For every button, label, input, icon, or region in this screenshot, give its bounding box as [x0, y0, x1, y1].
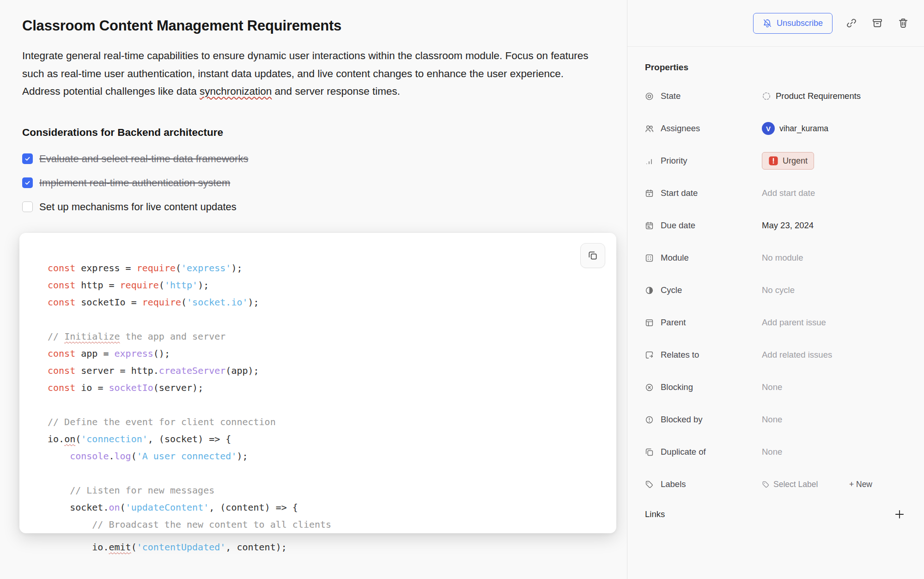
- property-label-text: Cycle: [661, 285, 682, 295]
- properties-rows: StateProduct RequirementsAssigneesVvihar…: [645, 80, 906, 500]
- unsubscribe-button[interactable]: Unsubscribe: [753, 13, 833, 34]
- copy-icon: [588, 250, 598, 261]
- bell-off-icon: [763, 18, 772, 28]
- trash-icon: [898, 18, 909, 29]
- code-line: [48, 396, 602, 414]
- copy-code-button[interactable]: [580, 243, 605, 268]
- dashed-circle-icon: [762, 91, 771, 101]
- labels-icon: [645, 480, 654, 489]
- select-label-text: Select Label: [773, 480, 818, 489]
- copy-link-button[interactable]: [845, 16, 858, 30]
- property-row-state: StateProduct Requirements: [645, 80, 906, 112]
- property-label-text: Blocking: [661, 382, 693, 392]
- checkbox-checked[interactable]: [22, 177, 33, 188]
- property-value-text: Add start date: [762, 188, 815, 198]
- property-row-labels: LabelsSelect Label+ New: [645, 468, 906, 500]
- link-icon: [846, 18, 857, 29]
- property-value-priority[interactable]: Urgent: [762, 152, 906, 170]
- checklist-item-label: Evaluate and select real-time data frame…: [39, 153, 248, 165]
- property-value-due-date[interactable]: May 23, 2024: [762, 220, 906, 231]
- panel-body: Properties StateProduct RequirementsAssi…: [627, 47, 924, 524]
- code-line: // Initialize the app and server: [48, 328, 602, 345]
- code-line: const io = socketIo(server);: [48, 379, 602, 396]
- property-label-text: Relates to: [661, 350, 699, 360]
- property-row-priority: PriorityUrgent: [645, 145, 906, 177]
- property-value-start-date[interactable]: Add start date: [762, 188, 906, 198]
- property-label-text: Assignees: [661, 123, 700, 134]
- due-date-icon: [645, 221, 654, 230]
- property-value-text: None: [762, 414, 782, 425]
- property-value-module[interactable]: No module: [762, 253, 906, 263]
- property-value-blocking[interactable]: None: [762, 382, 906, 392]
- properties-title: Properties: [645, 62, 906, 73]
- code-block-card: const express = require('express');const…: [19, 233, 616, 533]
- description: Integrate general real-time capabilities…: [22, 47, 599, 101]
- code-line: const http = require('http');: [48, 277, 602, 294]
- property-row-module: ModuleNo module: [645, 242, 906, 274]
- description-text: and server response times.: [272, 85, 400, 97]
- property-row-assignees: AssigneesVvihar_kurama: [645, 112, 906, 145]
- property-label-text: Start date: [661, 188, 698, 198]
- property-label: Assignees: [645, 123, 762, 134]
- property-value-relates-to[interactable]: Add related issues: [762, 350, 906, 360]
- property-value-duplicate-of[interactable]: None: [762, 447, 906, 457]
- module-icon: [645, 254, 654, 262]
- property-row-relates-to: Relates toAdd related issues: [645, 339, 906, 371]
- links-section: Links: [645, 504, 906, 524]
- property-value-assignees[interactable]: Vvihar_kurama: [762, 122, 906, 135]
- assignees-icon: [645, 124, 654, 133]
- property-value-parent[interactable]: Add parent issue: [762, 317, 906, 328]
- property-row-duplicate-of: Duplicate ofNone: [645, 436, 906, 468]
- code-line: [48, 311, 602, 328]
- property-row-blocking: BlockingNone: [645, 371, 906, 403]
- blocked-by-icon: [645, 415, 654, 424]
- delete-button[interactable]: [896, 16, 910, 30]
- property-label: Due date: [645, 220, 762, 231]
- property-label: Relates to: [645, 350, 762, 360]
- checkbox-unchecked[interactable]: [22, 201, 33, 212]
- checklist-item: Set up mechanisms for live content updat…: [22, 195, 599, 219]
- property-label: Blocking: [645, 382, 762, 392]
- checklist-item: Evaluate and select real-time data frame…: [22, 147, 599, 171]
- code-line: const app = express();: [48, 345, 602, 362]
- plus-icon: [894, 509, 905, 520]
- property-label: State: [645, 91, 762, 101]
- property-value-text: None: [762, 447, 782, 457]
- property-row-blocked-by: Blocked byNone: [645, 403, 906, 436]
- property-value-labels[interactable]: Select Label+ New: [762, 480, 906, 489]
- property-label: Priority: [645, 156, 762, 166]
- property-label: Labels: [645, 479, 762, 489]
- code-line: // Listen for new messages: [48, 482, 602, 499]
- urgent-icon: [768, 156, 778, 166]
- property-label-text: Duplicate of: [661, 447, 706, 457]
- archive-button[interactable]: [870, 16, 884, 30]
- property-label: Blocked by: [645, 414, 762, 425]
- new-label-button[interactable]: + New: [849, 480, 872, 489]
- priority-icon: [645, 157, 654, 165]
- property-value-text: No cycle: [762, 285, 795, 295]
- property-value-text: Add parent issue: [762, 317, 826, 328]
- code-line: [48, 465, 602, 482]
- select-label-button[interactable]: Select Label: [762, 480, 818, 489]
- property-label: Duplicate of: [645, 447, 762, 457]
- assignee-name: vihar_kurama: [779, 124, 828, 134]
- property-label-text: Blocked by: [661, 414, 703, 425]
- property-label-text: Labels: [661, 479, 686, 489]
- property-value-state[interactable]: Product Requirements: [762, 91, 906, 101]
- property-label-text: Parent: [661, 317, 686, 328]
- blocking-icon: [645, 383, 654, 392]
- property-value-cycle[interactable]: No cycle: [762, 285, 906, 295]
- property-label-text: Priority: [661, 156, 687, 166]
- code-line: console.log('A user connected');: [48, 448, 602, 465]
- relates-to-icon: [645, 351, 654, 360]
- checklist-item-label: Implement real-time authentication syste…: [39, 177, 230, 189]
- checklist-item-label: Set up mechanisms for live content updat…: [39, 201, 237, 213]
- checkbox-checked[interactable]: [22, 153, 33, 164]
- code-line: socket.on('updateContent', (content) => …: [48, 499, 602, 516]
- archive-icon: [872, 18, 883, 29]
- property-label: Cycle: [645, 285, 762, 295]
- priority-badge: Urgent: [762, 152, 814, 170]
- add-link-button[interactable]: [893, 507, 906, 521]
- misspelled-word: synchronization: [200, 85, 272, 97]
- property-value-blocked-by[interactable]: None: [762, 414, 906, 425]
